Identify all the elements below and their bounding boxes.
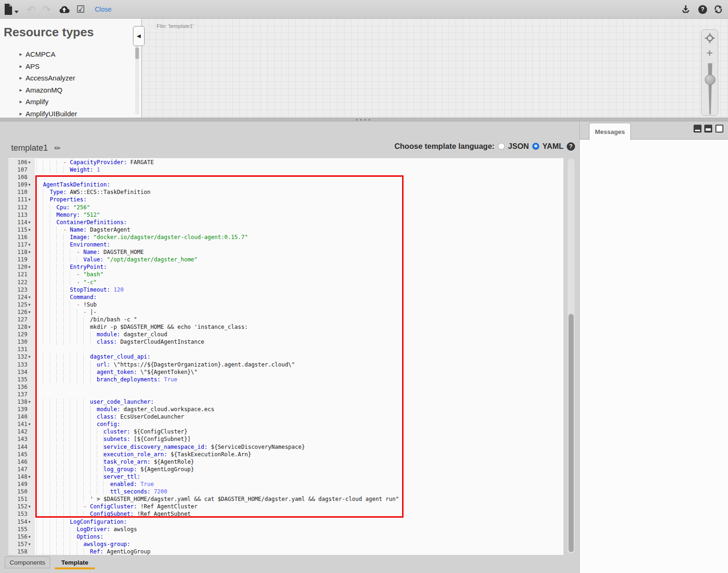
gutter-line: 152▾ bbox=[8, 503, 34, 510]
yaml-code-editor[interactable]: 106▾107108109▾110111▾112113114▾115▾11611… bbox=[8, 158, 563, 555]
resource-type-item[interactable]: ▸AmplifyUIBuilder bbox=[20, 108, 77, 118]
fold-arrow-icon[interactable]: ▾ bbox=[27, 181, 34, 188]
upload-template-button[interactable] bbox=[59, 0, 70, 19]
line-number: 118 bbox=[8, 248, 27, 256]
refresh-button[interactable] bbox=[714, 0, 722, 19]
expand-triangle-icon[interactable]: ▸ bbox=[20, 51, 26, 57]
zoom-slider-thumb[interactable] bbox=[705, 74, 715, 85]
gutter-line: 110 bbox=[8, 188, 34, 196]
fold-spacer bbox=[27, 233, 34, 241]
fold-arrow-icon[interactable]: ▾ bbox=[27, 353, 34, 360]
code-line: subnets: [${ConfigSubnet}] bbox=[35, 435, 563, 443]
resource-type-item[interactable]: ▸AmazonMQ bbox=[20, 84, 77, 96]
expand-triangle-icon[interactable]: ▸ bbox=[20, 99, 26, 105]
resource-type-item[interactable]: ▸ACMPCA bbox=[20, 48, 77, 60]
fold-spacer bbox=[27, 548, 34, 555]
active-tab-underline bbox=[55, 567, 95, 569]
fold-spacer bbox=[27, 279, 34, 286]
expand-triangle-icon[interactable]: ▸ bbox=[20, 63, 26, 69]
line-number: 120 bbox=[8, 263, 27, 271]
resource-types-title: Resource types bbox=[4, 25, 94, 40]
fold-arrow-icon[interactable]: ▾ bbox=[27, 503, 34, 510]
fold-arrow-icon[interactable]: ▾ bbox=[27, 248, 34, 256]
json-radio[interactable] bbox=[498, 143, 505, 150]
download-button[interactable] bbox=[681, 0, 690, 19]
layout-canvas-maximized-button[interactable] bbox=[715, 125, 723, 133]
fold-spacer bbox=[27, 368, 34, 376]
gutter-line: 109▾ bbox=[8, 181, 34, 188]
gutter-line: 128▾ bbox=[8, 323, 34, 331]
code-line: EntryPoint: bbox=[35, 263, 563, 271]
fold-arrow-icon[interactable]: ▾ bbox=[27, 159, 34, 166]
undo-button[interactable]: ↶ bbox=[27, 0, 35, 19]
gutter-line: 153 bbox=[8, 510, 34, 518]
code-line: server_ttl: bbox=[35, 473, 563, 480]
close-link[interactable]: Close bbox=[95, 0, 112, 19]
code-line: StopTimeout: 120 bbox=[35, 286, 563, 293]
fold-arrow-icon[interactable]: ▾ bbox=[27, 420, 34, 428]
designer-canvas[interactable] bbox=[142, 19, 728, 118]
resource-type-item[interactable]: ▸APS bbox=[20, 60, 77, 73]
json-radio-label[interactable]: JSON bbox=[508, 142, 529, 151]
fold-arrow-icon[interactable]: ▾ bbox=[27, 323, 34, 331]
fold-arrow-icon[interactable]: ▾ bbox=[27, 518, 34, 526]
fold-arrow-icon[interactable]: ▾ bbox=[27, 308, 34, 316]
fold-arrow-icon[interactable]: ▾ bbox=[27, 301, 34, 308]
code-line: dagster_cloud_api: bbox=[35, 353, 563, 360]
line-number: 131 bbox=[8, 346, 27, 353]
zoom-in-button[interactable]: + bbox=[701, 47, 718, 60]
code-line: ContainerDefinitions: bbox=[35, 219, 563, 226]
collapse-panel-button[interactable]: ◀ bbox=[133, 26, 145, 46]
layout-split-button[interactable] bbox=[704, 125, 712, 133]
language-help-icon[interactable]: ? bbox=[567, 142, 575, 151]
fold-spacer bbox=[27, 406, 34, 413]
line-number: 112 bbox=[8, 204, 27, 211]
fold-arrow-icon[interactable]: ▾ bbox=[27, 473, 34, 480]
help-button[interactable]: ? bbox=[698, 0, 707, 19]
code-line: Environment: bbox=[35, 241, 563, 248]
resource-type-item[interactable]: ▸Amplify bbox=[20, 96, 77, 108]
fold-spacer bbox=[27, 173, 34, 181]
tab-components[interactable]: Components bbox=[5, 556, 50, 568]
resource-panel-scrollbar-thumb[interactable] bbox=[135, 47, 139, 59]
expand-triangle-icon[interactable]: ▸ bbox=[20, 87, 26, 93]
fold-spacer bbox=[27, 188, 34, 196]
file-menu-button[interactable] bbox=[4, 0, 19, 19]
edit-pencil-icon[interactable]: ✏ bbox=[54, 144, 60, 153]
template-header: template1 ✏ bbox=[11, 143, 60, 153]
resource-type-item[interactable]: ▸AccessAnalyzer bbox=[20, 72, 77, 84]
download-icon bbox=[681, 5, 690, 13]
fold-arrow-icon[interactable]: ▾ bbox=[27, 219, 34, 226]
fold-arrow-icon[interactable]: ▾ bbox=[27, 533, 34, 540]
fold-arrow-icon[interactable]: ▾ bbox=[27, 398, 34, 406]
layout-editor-maximized-button[interactable] bbox=[694, 125, 702, 133]
validate-template-button[interactable]: ☑ bbox=[76, 0, 85, 19]
code-line bbox=[35, 391, 563, 398]
line-number: 133 bbox=[8, 361, 27, 368]
fold-arrow-icon[interactable]: ▾ bbox=[27, 241, 34, 248]
code-line: cluster: ${ConfigCluster} bbox=[35, 428, 563, 435]
yaml-radio-label[interactable]: YAML bbox=[543, 142, 563, 151]
gutter-line: 117▾ bbox=[8, 241, 34, 248]
yaml-radio[interactable] bbox=[532, 143, 539, 150]
line-number: 148 bbox=[8, 473, 27, 480]
tab-messages[interactable]: Messages bbox=[589, 123, 631, 140]
fold-arrow-icon[interactable]: ▾ bbox=[27, 293, 34, 301]
editor-scrollbar-thumb[interactable] bbox=[569, 314, 574, 552]
fold-arrow-icon[interactable]: ▾ bbox=[27, 540, 34, 548]
code-line: LogConfiguration: bbox=[35, 518, 563, 526]
resource-type-label: AccessAnalyzer bbox=[26, 74, 75, 82]
line-number: 109 bbox=[8, 181, 27, 188]
fold-arrow-icon[interactable]: ▾ bbox=[27, 226, 34, 233]
redo-button[interactable]: ↷ bbox=[42, 0, 51, 19]
expand-triangle-icon[interactable]: ▸ bbox=[20, 111, 26, 117]
fold-arrow-icon[interactable]: ▾ bbox=[27, 196, 34, 203]
code-line: config: bbox=[35, 420, 563, 428]
expand-triangle-icon[interactable]: ▸ bbox=[20, 75, 26, 81]
fit-to-window-button[interactable] bbox=[705, 33, 715, 43]
tab-template[interactable]: Template bbox=[55, 556, 95, 568]
fold-arrow-icon[interactable]: ▾ bbox=[27, 263, 34, 271]
fold-spacer bbox=[27, 286, 34, 293]
toolbar: ↶ ↷ ☑ Close ? bbox=[0, 0, 728, 19]
gutter-line: 127 bbox=[8, 316, 34, 323]
